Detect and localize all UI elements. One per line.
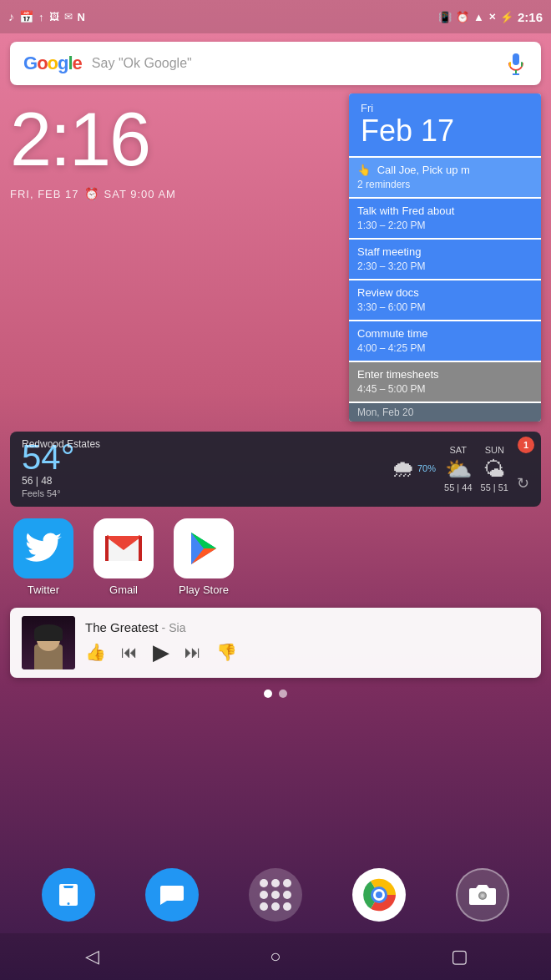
gmail-label: Gmail — [109, 583, 138, 596]
page-dot-1 — [264, 690, 272, 698]
main-content: 2:16 FRI, FEB 17 ⏰ SAT 9:00 AM Fri Feb 1… — [0, 93, 551, 422]
mic-icon[interactable] — [504, 52, 528, 75]
calendar-event-5[interactable]: Enter timesheets 4:45 – 5:00 PM — [349, 362, 541, 402]
music-next[interactable]: ⏭ — [185, 643, 201, 662]
calendar-event-2[interactable]: Staff meeting 2:30 – 3:20 PM — [349, 240, 541, 279]
page-dot-2 — [279, 690, 287, 698]
app-icons-row: Twitter Gmail — [0, 507, 551, 604]
mail-icon: ✉ — [64, 11, 73, 23]
album-art — [22, 616, 75, 669]
calendar-event-3[interactable]: Review docs 3:30 – 6:00 PM — [349, 280, 541, 320]
music-thumbs-down[interactable]: 👎 — [216, 642, 237, 662]
nav-bar: ◁ ○ ▢ — [0, 933, 551, 980]
weather-alert-badge: 1 — [518, 437, 534, 453]
app-icon-gmail[interactable]: Gmail — [94, 518, 154, 596]
alarm-icon: ⏰ — [456, 11, 469, 23]
weather-feels: Feels 54° — [22, 488, 392, 498]
signal-icon: ✕ — [488, 12, 496, 23]
calendar-more-label: Mon, Feb 20 — [349, 403, 541, 422]
svg-rect-4 — [509, 62, 511, 67]
google-logo: Google — [23, 53, 82, 74]
calendar-header: Fri Feb 17 — [349, 93, 541, 156]
search-placeholder: Say "Ok Google" — [92, 56, 504, 71]
wifi-icon: ▲ — [473, 11, 484, 23]
calendar-widget[interactable]: Fri Feb 17 👆 Call Joe, Pick up m 2 remin… — [349, 93, 541, 422]
twitter-icon-img — [13, 518, 73, 578]
nav-back[interactable]: ◁ — [75, 940, 109, 973]
calendar-event-1[interactable]: Talk with Fred about 1:30 – 2:20 PM — [349, 199, 541, 238]
weather-refresh-icon[interactable]: ↻ — [517, 474, 529, 493]
calendar-event-4[interactable]: Commute time 4:00 – 4:25 PM — [349, 321, 541, 361]
music-prev[interactable]: ⏮ — [121, 643, 138, 662]
weather-sat: SAT ⛅ 55 | 44 — [444, 445, 472, 493]
apps-grid-icon — [260, 879, 291, 911]
calendar-event-reminder[interactable]: 👆 Call Joe, Pick up m 2 reminders — [349, 158, 541, 197]
music-artist: Sia — [169, 621, 185, 634]
svg-rect-0 — [513, 53, 519, 65]
app-icon-playstore[interactable]: Play Store — [174, 518, 234, 596]
music-icon: ♪ — [8, 10, 14, 23]
music-thumbs-up[interactable]: 👍 — [85, 642, 106, 662]
page-indicator — [0, 690, 551, 698]
calendar-day-label: Fri — [361, 102, 529, 114]
gmail-icon-img — [94, 518, 154, 578]
clock-section: 2:16 FRI, FEB 17 ⏰ SAT 9:00 AM — [10, 93, 341, 422]
svg-point-14 — [376, 892, 382, 898]
status-time: 2:16 — [518, 10, 543, 24]
dock — [0, 860, 551, 930]
clock-time: 2:16 — [10, 102, 341, 177]
calendar-icon: 📅 — [19, 10, 33, 23]
vibrate-icon: 📳 — [438, 11, 452, 23]
status-bar: ♪ 📅 ↑ 🖼 ✉ N 📳 ⏰ ▲ ✕ ⚡ 2:16 — [0, 0, 551, 33]
dock-chrome[interactable] — [352, 868, 406, 922]
nav-recent[interactable]: ▢ — [442, 940, 476, 973]
music-controls: 👍 ⏮ ▶ ⏭ 👎 — [85, 639, 529, 665]
playstore-icon-img — [174, 518, 234, 578]
music-player[interactable]: The Greatest - Sia 👍 ⏮ ▶ ⏭ 👎 — [10, 608, 541, 678]
svg-rect-5 — [521, 62, 523, 67]
twitter-label: Twitter — [28, 583, 59, 596]
search-bar[interactable]: Google Say "Ok Google" — [10, 42, 541, 85]
clock-alarm-icon: ⏰ — [84, 187, 99, 200]
status-icons-left: ♪ 📅 ↑ 🖼 ✉ N — [8, 10, 85, 23]
app-icon-twitter[interactable]: Twitter — [13, 518, 73, 596]
weather-sun: SUN 🌤 55 | 51 — [481, 445, 508, 493]
weather-widget[interactable]: Redwood Estates 1 54° 56 | 48 Feels 54° … — [10, 432, 541, 507]
dock-phone[interactable] — [42, 868, 95, 922]
svg-point-17 — [481, 894, 484, 897]
battery-icon: ⚡ — [500, 11, 513, 23]
weather-location: Redwood Estates — [22, 438, 100, 450]
nav-home[interactable]: ○ — [259, 940, 292, 973]
weather-hi-lo: 56 | 48 — [22, 475, 392, 487]
weather-today: 🌧 70% — [392, 445, 436, 493]
playstore-label: Play Store — [179, 583, 229, 596]
dock-all-apps[interactable] — [249, 868, 302, 922]
n-icon: N — [78, 11, 85, 23]
upload-icon: ↑ — [38, 11, 44, 23]
calendar-date: Feb 17 — [361, 114, 529, 148]
status-icons-right: 📳 ⏰ ▲ ✕ ⚡ 2:16 — [438, 10, 543, 24]
image-icon: 🖼 — [49, 11, 59, 23]
calendar-events: 👆 Call Joe, Pick up m 2 reminders Talk w… — [349, 156, 541, 422]
dock-camera[interactable] — [456, 868, 509, 922]
clock-date: FRI, FEB 17 ⏰ SAT 9:00 AM — [10, 187, 341, 200]
music-info: The Greatest - Sia 👍 ⏮ ▶ ⏭ 👎 — [85, 620, 529, 665]
dock-messages[interactable] — [145, 868, 199, 922]
music-play[interactable]: ▶ — [153, 639, 169, 665]
music-title: The Greatest — [85, 620, 159, 634]
weather-days-row: 🌧 70% SAT ⛅ 55 | 44 SUN 🌤 55 | 51 ↻ — [392, 445, 529, 493]
